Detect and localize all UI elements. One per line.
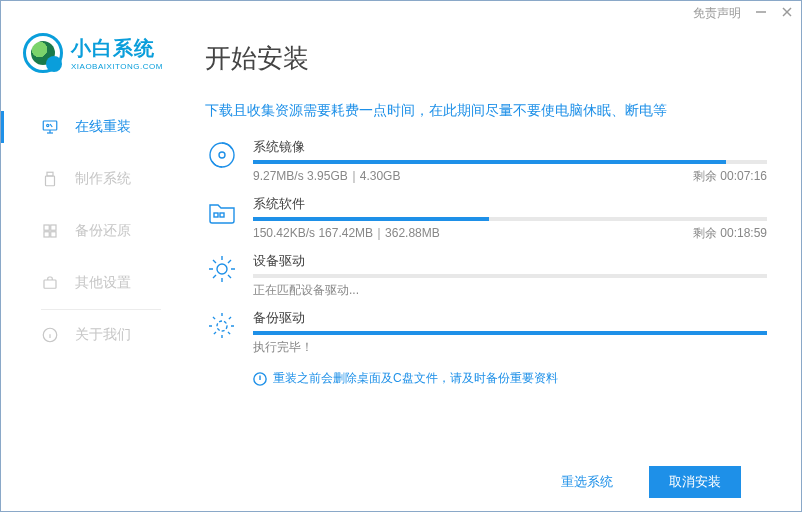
disc-icon	[205, 138, 239, 172]
sidebar-item-about[interactable]: 关于我们	[1, 309, 185, 361]
task-remaining: 剩余 00:07:16	[693, 168, 767, 185]
logo-title: 小白系统	[71, 35, 163, 62]
folder-icon	[205, 195, 239, 229]
svg-point-6	[47, 124, 49, 126]
svg-rect-3	[43, 121, 57, 130]
progress-bar	[253, 160, 767, 164]
disclaimer-link[interactable]: 免责声明	[693, 5, 741, 22]
titlebar: 免责声明	[1, 1, 801, 25]
task-row: 系统软件 150.42KB/s 167.42MB｜362.88MB 剩余 00:…	[205, 195, 767, 242]
sidebar-item-label: 制作系统	[75, 170, 131, 188]
progress-fill	[253, 217, 489, 221]
sidebar-item-settings[interactable]: 其他设置	[1, 257, 185, 309]
usb-icon	[41, 170, 59, 188]
alert-icon	[253, 372, 267, 386]
task-detail: 9.27MB/s 3.95GB｜4.30GB	[253, 168, 400, 185]
page-title: 开始安装	[205, 41, 767, 76]
progress-bar	[253, 331, 767, 335]
logo-subtitle: XIAOBAIXITONG.COM	[71, 62, 163, 71]
progress-fill	[253, 331, 767, 335]
close-button[interactable]	[781, 6, 793, 21]
task-row: 备份驱动 执行完毕！	[205, 309, 767, 356]
svg-rect-13	[44, 280, 56, 288]
minimize-button[interactable]	[755, 6, 767, 21]
gear-dashed-icon	[205, 309, 239, 343]
cancel-install-button[interactable]: 取消安装	[649, 466, 741, 498]
svg-point-22	[217, 321, 227, 331]
task-name: 系统软件	[253, 195, 305, 213]
sidebar-item-label: 备份还原	[75, 222, 131, 240]
briefcase-icon	[41, 274, 59, 292]
progress-bar	[253, 274, 767, 278]
task-name: 设备驱动	[253, 252, 305, 270]
info-icon	[41, 326, 59, 344]
svg-point-21	[217, 264, 227, 274]
sidebar-item-label: 其他设置	[75, 274, 131, 292]
task-list: 系统镜像 9.27MB/s 3.95GB｜4.30GB 剩余 00:07:16 …	[205, 138, 767, 356]
task-detail: 执行完毕！	[253, 339, 313, 356]
task-row: 系统镜像 9.27MB/s 3.95GB｜4.30GB 剩余 00:07:16	[205, 138, 767, 185]
app-window: 免责声明 小白系统 XIAOBAIXITONG.COM 在线重装	[0, 0, 802, 512]
svg-rect-11	[44, 232, 49, 237]
svg-rect-9	[44, 225, 49, 230]
task-name: 系统镜像	[253, 138, 305, 156]
svg-rect-12	[51, 232, 56, 237]
svg-rect-8	[46, 176, 55, 186]
sidebar: 小白系统 XIAOBAIXITONG.COM 在线重装 制作系统	[1, 25, 185, 511]
task-row: 设备驱动 正在匹配设备驱动...	[205, 252, 767, 299]
sidebar-item-label: 关于我们	[75, 326, 131, 344]
warning-text: 重装之前会删除桌面及C盘文件，请及时备份重要资料	[273, 370, 558, 387]
monitor-icon	[41, 118, 59, 136]
svg-rect-20	[220, 213, 224, 217]
logo-icon	[23, 33, 63, 73]
notice-text: 下载且收集资源需要耗费一点时间，在此期间尽量不要使电脑休眠、断电等	[205, 102, 767, 120]
progress-bar	[253, 217, 767, 221]
svg-rect-10	[51, 225, 56, 230]
logo: 小白系统 XIAOBAIXITONG.COM	[1, 33, 185, 101]
reselect-system-button[interactable]: 重选系统	[541, 466, 633, 498]
warning-row: 重装之前会删除桌面及C盘文件，请及时备份重要资料	[205, 370, 767, 387]
footer: 重选系统 取消安装	[205, 453, 767, 511]
grid-icon	[41, 222, 59, 240]
sidebar-item-reinstall[interactable]: 在线重装	[1, 101, 185, 153]
nav: 在线重装 制作系统 备份还原	[1, 101, 185, 361]
svg-rect-19	[214, 213, 218, 217]
main-content: 开始安装 下载且收集资源需要耗费一点时间，在此期间尽量不要使电脑休眠、断电等 系…	[185, 25, 801, 511]
task-detail: 150.42KB/s 167.42MB｜362.88MB	[253, 225, 440, 242]
sidebar-item-backup[interactable]: 备份还原	[1, 205, 185, 257]
task-detail: 正在匹配设备驱动...	[253, 282, 359, 299]
progress-fill	[253, 160, 726, 164]
sidebar-item-label: 在线重装	[75, 118, 131, 136]
sidebar-item-create[interactable]: 制作系统	[1, 153, 185, 205]
task-remaining: 剩余 00:18:59	[693, 225, 767, 242]
gear-icon	[205, 252, 239, 286]
task-name: 备份驱动	[253, 309, 305, 327]
svg-point-18	[219, 152, 225, 158]
